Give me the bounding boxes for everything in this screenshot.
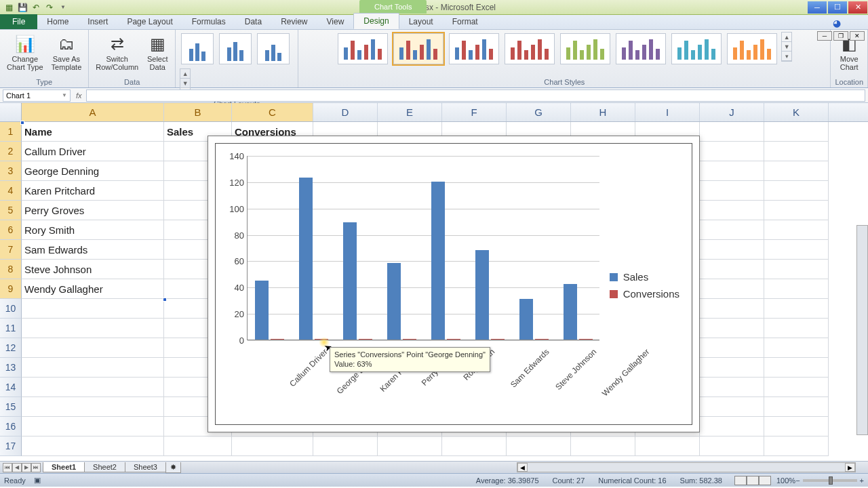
bar-group[interactable] [564, 284, 593, 340]
chart-style-option[interactable] [393, 33, 443, 64]
redo-icon[interactable]: ↷ [43, 1, 56, 14]
cell[interactable] [635, 436, 700, 456]
qat-dropdown-icon[interactable]: ▼ [57, 1, 69, 14]
cell[interactable] [700, 279, 764, 299]
cell[interactable] [700, 201, 764, 220]
chart-layout-option[interactable] [181, 33, 214, 64]
column-header[interactable]: A [22, 103, 164, 121]
bar-group[interactable] [387, 263, 416, 340]
cell[interactable] [764, 436, 829, 456]
chart-layout-option[interactable] [257, 33, 290, 64]
bar-group[interactable] [343, 222, 372, 340]
cell[interactable] [700, 358, 764, 378]
bar-group[interactable] [431, 182, 460, 340]
bar-group[interactable] [475, 250, 505, 340]
column-header[interactable]: B [164, 103, 232, 121]
sheet-tab[interactable]: Sheet2 [84, 462, 125, 472]
cell[interactable] [507, 436, 571, 456]
bar[interactable] [359, 339, 372, 340]
cell[interactable] [700, 181, 764, 201]
cell[interactable] [378, 436, 442, 456]
column-header[interactable]: G [507, 103, 571, 121]
column-header[interactable]: J [700, 103, 764, 121]
macro-record-icon[interactable]: ▣ [34, 476, 41, 485]
zoom-slider[interactable]: −+ [795, 476, 864, 485]
row-header[interactable]: 14 [0, 378, 22, 397]
chart-legend[interactable]: Sales Conversions [610, 266, 679, 305]
maximize-button[interactable]: ☐ [828, 1, 847, 14]
cell[interactable] [764, 220, 829, 240]
bar[interactable] [299, 178, 313, 340]
row-header[interactable]: 3 [0, 161, 22, 181]
chart-area[interactable]: 020406080100120140 Callum DriverGeorge D… [215, 143, 692, 425]
close-button[interactable]: ✕ [848, 1, 867, 14]
cell[interactable]: Name [22, 122, 164, 142]
row-header[interactable]: 15 [0, 397, 22, 417]
sheet-nav[interactable]: ⏮◀▶⏭ [3, 463, 41, 472]
chart-style-option[interactable] [505, 33, 555, 64]
horizontal-scrollbar[interactable]: ◀▶ [517, 462, 856, 472]
cell[interactable] [700, 436, 764, 456]
chart-style-option[interactable] [560, 33, 610, 64]
tab-format[interactable]: Format [443, 14, 488, 29]
tab-view[interactable]: View [317, 14, 354, 29]
minimize-button[interactable]: ─ [808, 1, 827, 14]
zoom-level[interactable]: 100% [776, 476, 795, 485]
cell[interactable] [764, 181, 829, 201]
formula-input[interactable] [86, 89, 865, 102]
column-header[interactable]: F [442, 103, 507, 121]
tab-review[interactable]: Review [271, 14, 317, 29]
column-header[interactable]: I [635, 103, 700, 121]
worksheet-grid[interactable]: ABCDEFGHIJK 1NameSalesConversions2Callum… [0, 103, 868, 461]
cell[interactable]: Callum Driver [22, 142, 164, 161]
cell[interactable] [700, 142, 764, 161]
cell[interactable] [764, 417, 829, 436]
row-header[interactable]: 5 [0, 201, 22, 220]
cell[interactable] [22, 378, 164, 397]
row-header[interactable]: 16 [0, 417, 22, 436]
cell[interactable] [164, 436, 232, 456]
cell[interactable] [764, 122, 829, 142]
column-header[interactable]: C [232, 103, 313, 121]
sheet-tab[interactable]: Sheet1 [43, 462, 85, 472]
row-header[interactable]: 11 [0, 319, 22, 338]
tab-data[interactable]: Data [235, 14, 271, 29]
new-sheet-button[interactable]: ✸ [165, 462, 181, 473]
bar[interactable] [271, 339, 284, 340]
cell[interactable] [764, 240, 829, 260]
cell[interactable]: Karen Pritchard [22, 181, 164, 201]
file-tab[interactable]: File [0, 14, 37, 29]
selection-handle[interactable] [20, 121, 24, 125]
cell[interactable] [700, 299, 764, 319]
undo-icon[interactable]: ↶ [30, 1, 42, 14]
row-header[interactable]: 9 [0, 279, 22, 299]
cell[interactable] [764, 201, 829, 220]
cell[interactable] [764, 378, 829, 397]
row-header[interactable]: 4 [0, 181, 22, 201]
tab-home[interactable]: Home [37, 14, 78, 29]
cell[interactable]: George Denning [22, 161, 164, 181]
cell[interactable] [700, 220, 764, 240]
cell[interactable] [571, 436, 635, 456]
cell[interactable] [700, 319, 764, 338]
bar-group[interactable] [519, 299, 549, 340]
cell[interactable] [22, 338, 164, 358]
cell[interactable]: Perry Groves [22, 201, 164, 220]
cell[interactable] [700, 397, 764, 417]
cell[interactable] [700, 161, 764, 181]
bar[interactable] [255, 281, 269, 340]
row-header[interactable]: 6 [0, 220, 22, 240]
tab-layout[interactable]: Layout [399, 14, 443, 29]
save-as-template-button[interactable]: 🗂Save As Template [49, 32, 85, 73]
cell[interactable] [764, 161, 829, 181]
bar[interactable] [491, 339, 505, 340]
tab-insert[interactable]: Insert [78, 14, 117, 29]
cell[interactable] [700, 417, 764, 436]
save-icon[interactable]: 💾 [16, 1, 28, 14]
bar[interactable] [564, 284, 577, 340]
cell[interactable] [313, 436, 378, 456]
cell[interactable] [700, 338, 764, 358]
tab-page-layout[interactable]: Page Layout [117, 14, 182, 29]
cell[interactable] [442, 436, 507, 456]
cell[interactable] [700, 260, 764, 279]
